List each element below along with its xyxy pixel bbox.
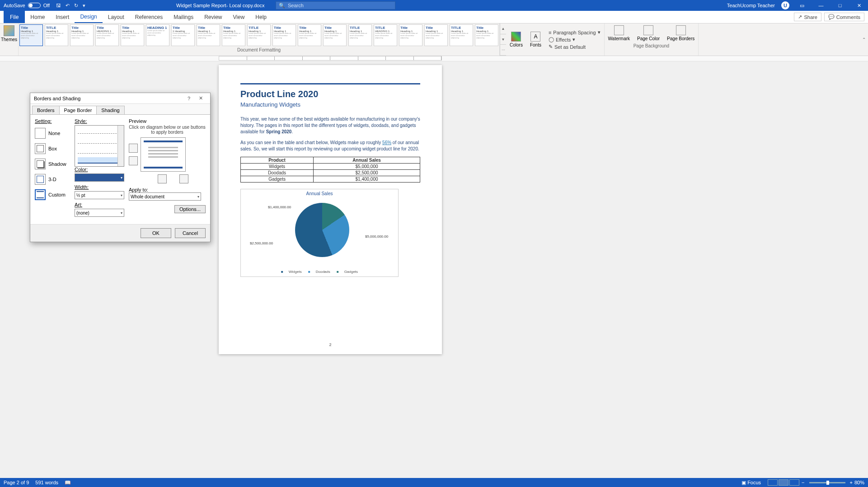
style-thumb[interactable]: TitleHeading 1Lorem ipsum dolor sit amet…: [323, 24, 347, 46]
setting-box[interactable]: Box: [35, 141, 70, 156]
zoom-out-icon[interactable]: −: [802, 480, 804, 485]
setting-shadow[interactable]: Shadow: [35, 156, 70, 172]
gallery-more-icon[interactable]: ⋯: [500, 45, 506, 56]
tab-view[interactable]: View: [228, 11, 250, 23]
hyperlink[interactable]: 56%: [382, 140, 391, 145]
scrollbar[interactable]: [117, 126, 124, 166]
style-thumb[interactable]: TitleHEADING 1Lorem ipsum dolor sit amet…: [95, 24, 119, 46]
print-layout-icon[interactable]: [779, 479, 788, 486]
page-color-button[interactable]: Page Color: [633, 23, 663, 43]
page-borders-button[interactable]: Page Borders: [663, 23, 698, 43]
colors-button[interactable]: Colors: [506, 23, 526, 56]
read-mode-icon[interactable]: [768, 479, 778, 486]
zoom-in-icon[interactable]: +: [850, 480, 853, 485]
autosave-toggle[interactable]: AutoSave Off: [4, 3, 50, 8]
pie-chart[interactable]: Annual Sales $5,000,000.00 $2,500,000.00…: [240, 189, 399, 277]
gallery-scroll[interactable]: ▲ ▼ ⋯: [500, 23, 506, 56]
style-thumb[interactable]: HEADING 1Lorem ipsum dolor sit amet cons…: [146, 24, 169, 46]
user-avatar-icon[interactable]: U: [781, 1, 789, 9]
redo-icon[interactable]: ↻: [74, 3, 78, 9]
style-thumb[interactable]: TitleHeading 1Lorem ipsum dolor sit amet…: [424, 24, 448, 46]
style-thumb[interactable]: Title1 HeadingLorem ipsum dolor sit amet…: [171, 24, 195, 46]
paragraph-spacing-button[interactable]: ≡Paragraph Spacing▾: [549, 29, 601, 35]
document-page[interactable]: Product Line 2020 Manufacturing Widgets …: [219, 65, 442, 354]
preview-diagram[interactable]: [141, 137, 186, 172]
tab-home[interactable]: Home: [25, 11, 50, 23]
setting-3d[interactable]: 3-D: [35, 172, 70, 187]
web-layout-icon[interactable]: [789, 479, 799, 486]
style-thumb[interactable]: TITLEHeading 1Lorem ipsum dolor sit amet…: [45, 24, 68, 46]
tab-review[interactable]: Review: [199, 11, 227, 23]
ribbon-display-icon[interactable]: ▭: [796, 3, 808, 9]
share-button[interactable]: ↗Share: [794, 13, 821, 21]
setting-none[interactable]: None: [35, 126, 70, 141]
ruler[interactable]: [0, 56, 868, 61]
style-gallery[interactable]: TitleHeading 1Lorem ipsum dolor sit amet…: [19, 23, 499, 47]
tab-design[interactable]: Design: [75, 11, 102, 23]
set-default-button[interactable]: ✎Set as Default: [549, 44, 601, 50]
focus-mode-button[interactable]: ▣ Focus: [741, 480, 761, 486]
search-input[interactable]: 🔍 Search: [276, 1, 395, 9]
tab-file[interactable]: File: [4, 11, 25, 23]
effects-button[interactable]: ◯Effects▾: [549, 37, 601, 42]
style-thumb[interactable]: TitleHeading 1Lorem ipsum dolor sit amet…: [298, 24, 321, 46]
spellcheck-icon[interactable]: 📖: [65, 480, 71, 486]
style-thumb[interactable]: TITLEHEADING 1Lorem ipsum dolor sit amet…: [374, 24, 397, 46]
style-thumb[interactable]: TitleHeading 1Lorem ipsum dolor sit amet…: [70, 24, 94, 46]
border-left-button[interactable]: [158, 174, 167, 183]
save-icon[interactable]: 🖫: [56, 3, 61, 8]
style-thumb[interactable]: TITLEHeading 1Lorem ipsum dolor sit amet…: [348, 24, 372, 46]
tab-insert[interactable]: Insert: [50, 11, 75, 23]
comments-button[interactable]: 💬Comments: [824, 13, 864, 21]
style-thumb[interactable]: TitleHeading 1Lorem ipsum dolor sit amet…: [475, 24, 498, 46]
paragraph: As you can see in the table and chart be…: [240, 140, 420, 152]
gallery-down-icon[interactable]: ▼: [500, 34, 506, 45]
tab-layout[interactable]: Layout: [103, 11, 130, 23]
zoom-slider[interactable]: [809, 482, 845, 483]
cancel-button[interactable]: Cancel: [175, 228, 206, 238]
style-thumb[interactable]: TitleHeading 1Lorem ipsum dolor sit amet…: [222, 24, 245, 46]
applyto-dropdown[interactable]: Whole document▾: [129, 192, 201, 201]
zoom-level[interactable]: 80%: [854, 480, 864, 485]
close-icon[interactable]: ✕: [195, 95, 206, 101]
gallery-up-icon[interactable]: ▲: [500, 23, 506, 34]
dialog-tab-page-border[interactable]: Page Border: [59, 106, 97, 114]
qat-customize-icon[interactable]: ▾: [83, 3, 85, 9]
style-thumb[interactable]: TitleHeading 1Lorem ipsum dolor sit amet…: [399, 24, 422, 46]
user-name[interactable]: TeachUcomp Teacher: [727, 3, 775, 8]
collapse-ribbon-icon[interactable]: ⌃: [860, 23, 868, 56]
style-thumb[interactable]: TitleHeading 1Lorem ipsum dolor sit amet…: [121, 24, 144, 46]
fonts-button[interactable]: AFonts: [526, 23, 545, 56]
style-thumb[interactable]: TitleHeading 1Lorem ipsum dolor sit amet…: [19, 24, 43, 46]
style-thumb[interactable]: TitleHeading 1Lorem ipsum dolor sit amet…: [197, 24, 220, 46]
themes-button[interactable]: Themes: [0, 23, 18, 44]
data-label: $1,400,000.00: [268, 205, 291, 209]
tab-mailings[interactable]: Mailings: [168, 11, 199, 23]
tab-references[interactable]: References: [130, 11, 168, 23]
style-thumb[interactable]: TitleHeading 1Lorem ipsum dolor sit amet…: [272, 24, 296, 46]
setting-custom[interactable]: Custom: [35, 187, 70, 202]
undo-icon[interactable]: ↶: [66, 3, 70, 9]
options-button[interactable]: Options...: [174, 205, 206, 213]
word-count[interactable]: 591 words: [35, 480, 58, 485]
style-thumb[interactable]: TITLEHeading 1Lorem ipsum dolor sit amet…: [247, 24, 271, 46]
minimize-icon[interactable]: —: [815, 3, 827, 8]
color-dropdown[interactable]: ▾: [75, 173, 124, 182]
dialog-tab-shading[interactable]: Shading: [96, 106, 124, 114]
border-bottom-button[interactable]: [129, 156, 138, 165]
maximize-icon[interactable]: □: [834, 3, 846, 8]
help-icon[interactable]: ?: [183, 96, 195, 101]
style-thumb[interactable]: TITLEHeading 1Lorem ipsum dolor sit amet…: [450, 24, 473, 46]
width-dropdown[interactable]: ½ pt▾: [75, 191, 124, 199]
style-listbox[interactable]: [75, 125, 124, 167]
border-right-button[interactable]: [179, 174, 188, 183]
close-icon[interactable]: ✕: [853, 3, 865, 9]
art-dropdown[interactable]: (none)▾: [75, 209, 124, 217]
dialog-tab-borders[interactable]: Borders: [32, 106, 60, 114]
page-indicator[interactable]: Page 2 of 9: [4, 480, 29, 485]
tab-help[interactable]: Help: [250, 11, 272, 23]
ok-button[interactable]: OK: [141, 228, 171, 238]
watermark-button[interactable]: Watermark: [605, 23, 634, 43]
border-top-button[interactable]: [129, 144, 138, 153]
page-number: 2: [329, 342, 331, 347]
